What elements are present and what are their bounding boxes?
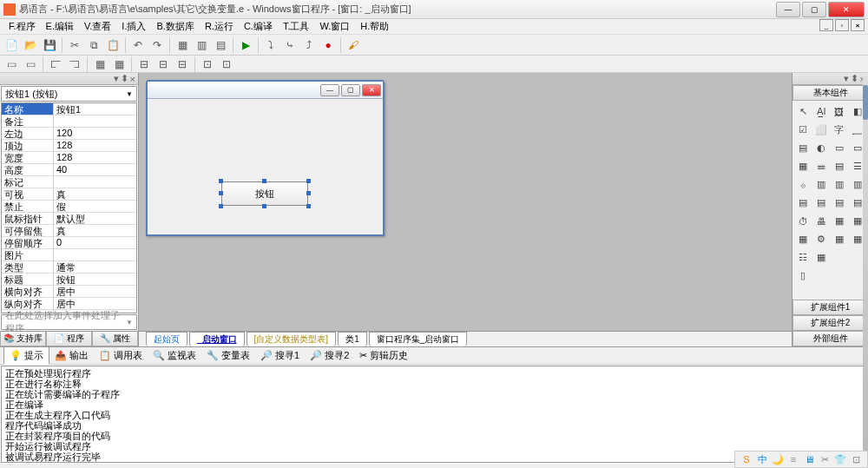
property-value[interactable]: 128	[54, 140, 136, 151]
toolbox-item[interactable]: ▦	[794, 157, 812, 175]
toolbox-item[interactable]: ⏱	[794, 212, 812, 230]
align6-icon[interactable]: ▦	[110, 56, 128, 73]
toolbox-item[interactable]: ⚙	[812, 230, 831, 248]
toolbox-item[interactable]: 字	[831, 121, 849, 139]
document-tab[interactable]: 窗口程序集_启动窗口	[369, 332, 468, 346]
toolbox-item[interactable]: ▯	[794, 267, 812, 285]
property-value[interactable]: 假	[54, 201, 136, 212]
document-tab[interactable]: 起始页	[146, 332, 187, 346]
align3-icon[interactable]: ⫍	[47, 56, 64, 73]
property-row[interactable]: 名称按钮1	[2, 103, 136, 115]
output-tab[interactable]: 🔎搜寻2	[305, 347, 354, 364]
ext-components-2[interactable]: 扩展组件2	[792, 315, 868, 331]
property-row[interactable]: 可视真	[2, 188, 136, 201]
layout2-icon[interactable]: ▥	[193, 36, 210, 54]
tab-program[interactable]: 📄 程序	[46, 332, 92, 346]
undo-icon[interactable]: ↶	[129, 36, 147, 54]
property-row[interactable]: 标记	[2, 176, 136, 188]
tray-icon[interactable]: S	[740, 453, 753, 465]
toolbox-item[interactable]	[831, 267, 849, 285]
tray-icon[interactable]: ≡	[787, 453, 799, 465]
tray-icon[interactable]: 🖥	[803, 453, 815, 465]
toolbox-item[interactable]: ▭	[831, 139, 849, 157]
menu-run[interactable]: R.运行	[200, 20, 239, 33]
toolbox-item[interactable]: 🖼	[831, 102, 849, 121]
toolbox-item[interactable]: ☑	[794, 121, 812, 139]
external-components[interactable]: 外部组件	[792, 331, 868, 346]
resize-handle[interactable]	[306, 191, 311, 195]
mdi-minimize[interactable]: _	[819, 19, 833, 31]
align1-icon[interactable]: ▭	[3, 56, 20, 73]
layout3-icon[interactable]: ▤	[212, 36, 229, 54]
menu-edit[interactable]: E.编辑	[41, 20, 79, 33]
minimize-button[interactable]: —	[776, 2, 800, 17]
property-grid[interactable]: 名称按钮1备注左边120顶边128宽度128高度40标记可视真禁止假鼠标指针默认…	[1, 102, 137, 313]
align10-icon[interactable]: ⊡	[199, 56, 216, 73]
property-value[interactable]: 居中	[54, 286, 136, 297]
property-value[interactable]: 按钮	[54, 274, 136, 285]
button-control[interactable]: 按钮	[221, 181, 308, 206]
align5-icon[interactable]: ▦	[91, 56, 108, 73]
toolbox-item[interactable]: ▦	[831, 230, 849, 248]
output-tab[interactable]: 🔍监视表	[148, 347, 201, 364]
tray-icon[interactable]: 中	[756, 453, 768, 465]
property-row[interactable]: 标题按钮	[2, 274, 136, 286]
property-row[interactable]: 备注	[2, 115, 136, 128]
stepout-icon[interactable]: ⤴	[300, 36, 318, 54]
toolbox-item[interactable]: ⬜	[812, 121, 831, 139]
mdi-close[interactable]: ×	[851, 19, 865, 31]
breakpoint-icon[interactable]: ●	[319, 36, 337, 54]
output-tab[interactable]: 💡提示	[3, 346, 49, 365]
stepover-icon[interactable]: ⤵	[262, 36, 279, 54]
copy-icon[interactable]: ⧉	[85, 36, 102, 54]
open-icon[interactable]: 📂	[22, 36, 39, 54]
menu-tools[interactable]: T.工具	[278, 20, 315, 33]
toolbox-item[interactable]: ▦	[794, 230, 812, 248]
toolbox-item[interactable]	[831, 248, 849, 267]
toolbox-item[interactable]: 🖶	[812, 212, 831, 230]
close-button[interactable]: ✕	[828, 2, 865, 17]
tray-icon[interactable]: ✂	[819, 453, 831, 465]
redo-icon[interactable]: ↷	[148, 36, 166, 54]
property-row[interactable]: 横向对齐方式居中	[2, 286, 136, 298]
document-tab[interactable]: 类1	[338, 332, 367, 346]
tray-icon[interactable]: ⊡	[850, 453, 862, 465]
cut-icon[interactable]: ✂	[66, 36, 83, 54]
menu-view[interactable]: V.查看	[79, 20, 116, 33]
resize-handle[interactable]	[219, 191, 223, 195]
property-row[interactable]: 禁止假	[2, 201, 136, 213]
object-selector[interactable]: 按钮1 (按钮) ▼	[1, 86, 137, 102]
menu-file[interactable]: F.程序	[3, 20, 41, 33]
property-row[interactable]: 鼠标指针默认型	[2, 213, 136, 225]
toolbox-item[interactable]: ▤	[831, 194, 849, 212]
property-value[interactable]: 按钮1	[54, 103, 136, 115]
output-tab[interactable]: 📤输出	[49, 347, 94, 364]
output-tab[interactable]: 🔎搜寻1	[255, 347, 305, 364]
form-designer-window[interactable]: — ▢ ✕ 按钮	[146, 80, 385, 236]
property-value[interactable]: 通常	[54, 261, 136, 273]
edge-scrollbar[interactable]	[863, 76, 868, 451]
menu-database[interactable]: B.数据库	[151, 20, 199, 33]
toolbox-item[interactable]: ▤	[831, 157, 849, 175]
form-maximize-icon[interactable]: ▢	[341, 84, 360, 96]
align4-icon[interactable]: ⫎	[66, 56, 83, 73]
property-row[interactable]: 宽度128	[2, 152, 136, 164]
property-value[interactable]: 0	[54, 237, 136, 248]
canvas-area[interactable]: — ▢ ✕ 按钮 起始页_启动窗口[自定义数据类型表]类1窗口程序集_启动窗口	[139, 73, 792, 346]
property-value[interactable]	[54, 176, 136, 188]
output-tab[interactable]: 📋调用表	[94, 347, 148, 364]
resize-handle[interactable]	[219, 204, 223, 208]
menu-window[interactable]: W.窗口	[314, 20, 355, 33]
property-value[interactable]: 真	[54, 188, 136, 200]
tab-support-lib[interactable]: 📚 支持库	[0, 332, 46, 346]
property-value[interactable]: 128	[54, 152, 136, 163]
property-value[interactable]	[54, 115, 136, 127]
resize-handle[interactable]	[306, 179, 311, 183]
resize-handle[interactable]	[262, 204, 266, 208]
property-value[interactable]: 40	[54, 164, 136, 175]
align2-icon[interactable]: ▭	[22, 56, 39, 73]
tray-icon[interactable]: 👕	[834, 453, 846, 465]
property-row[interactable]: 左边120	[2, 128, 136, 140]
output-text[interactable]: 正在预处理现行程序正在进行名称注释正在统计需要编译的子程序正在编译正在生成主程序…	[1, 366, 867, 463]
property-row[interactable]: 类型通常	[2, 261, 136, 274]
